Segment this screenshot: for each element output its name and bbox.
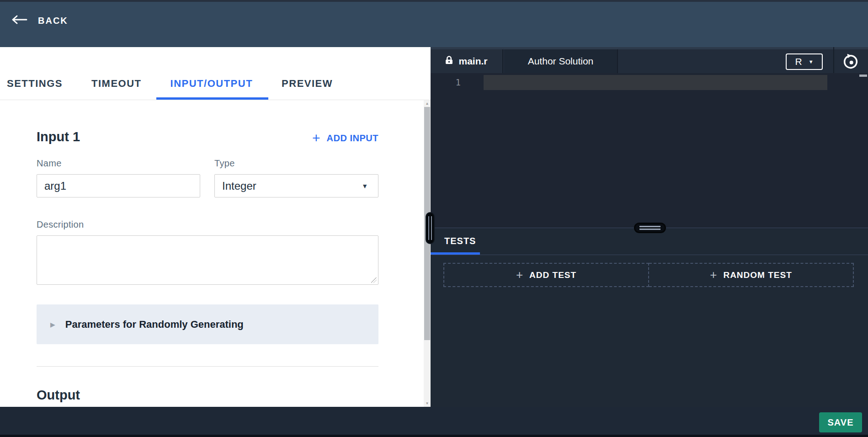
code-panel: main.r Author Solution R ▼ 1	[431, 47, 868, 407]
input-section-title: Input 1	[37, 129, 80, 144]
editor-scrollbar-thumb[interactable]	[859, 75, 867, 77]
panel-resize-handle[interactable]	[426, 212, 435, 244]
test-actions-row: + ADD TEST + RANDOM TEST	[443, 263, 854, 287]
save-button[interactable]: SAVE	[819, 412, 862, 432]
challenge-editor-app: BACK SETTINGS TIMEOUT INPUT/OUTPUT PREVI…	[0, 0, 868, 437]
tests-tabbar-border	[431, 255, 868, 255]
parameters-toggle-label: Parameters for Randomly Generating	[65, 319, 244, 330]
input-output-form: Input 1 + ADD INPUT Name Type Integer ▼ …	[0, 100, 424, 407]
scroll-up-icon[interactable]: ▲	[424, 100, 431, 107]
random-test-button[interactable]: + RANDOM TEST	[649, 263, 854, 287]
reset-history-button[interactable]	[841, 53, 860, 71]
random-test-label: RANDOM TEST	[723, 270, 792, 280]
active-line-highlight	[484, 75, 827, 90]
add-test-label: ADD TEST	[529, 270, 576, 280]
footer-bar: SAVE	[0, 407, 868, 437]
section-divider	[37, 366, 378, 367]
chevron-down-icon: ▼	[809, 59, 814, 64]
add-input-label: ADD INPUT	[327, 133, 378, 144]
output-section-title: Output	[37, 388, 80, 403]
plus-icon: +	[312, 132, 320, 144]
tab-preview[interactable]: PREVIEW	[282, 47, 333, 100]
tab-tests[interactable]: TESTS	[444, 236, 476, 246]
top-header-bar: BACK	[0, 0, 868, 47]
settings-tabbar: SETTINGS TIMEOUT INPUT/OUTPUT PREVIEW	[0, 47, 431, 100]
name-input[interactable]	[37, 174, 200, 197]
tab-settings[interactable]: SETTINGS	[7, 47, 63, 100]
type-label: Type	[214, 158, 235, 169]
line-number: 1	[431, 77, 461, 87]
back-label: BACK	[38, 16, 68, 26]
parameters-toggle[interactable]: ▶ Parameters for Randomly Generating	[37, 304, 378, 344]
language-select[interactable]: R ▼	[786, 53, 823, 70]
back-arrow-icon	[11, 15, 28, 27]
code-editor[interactable]: 1	[431, 73, 868, 228]
author-solution-label: Author Solution	[528, 56, 594, 67]
language-select-value: R	[795, 56, 802, 67]
resize-handle-icon[interactable]	[371, 277, 377, 283]
tab-input-output[interactable]: INPUT/OUTPUT	[170, 47, 253, 100]
add-input-button[interactable]: + ADD INPUT	[312, 132, 378, 144]
tab-main-file[interactable]: main.r	[431, 49, 503, 73]
type-select-value: Integer	[222, 180, 256, 192]
type-select[interactable]: Integer ▼	[214, 174, 378, 197]
history-icon	[841, 53, 860, 71]
add-test-button[interactable]: + ADD TEST	[443, 263, 649, 287]
back-button[interactable]: BACK	[11, 15, 68, 27]
caret-right-icon: ▶	[50, 321, 55, 328]
editor-tabbar: main.r Author Solution R ▼	[431, 47, 868, 73]
lock-icon	[445, 56, 453, 67]
scroll-down-icon[interactable]: ▼	[424, 400, 431, 407]
name-label: Name	[37, 158, 62, 169]
grip-lines-icon	[639, 226, 660, 230]
chevron-down-icon: ▼	[362, 182, 368, 190]
tests-resize-handle[interactable]	[634, 223, 666, 233]
plus-icon: +	[710, 268, 717, 282]
settings-panel: SETTINGS TIMEOUT INPUT/OUTPUT PREVIEW In…	[0, 47, 431, 407]
left-panel-scrollbar[interactable]: ▲ ▼	[424, 100, 431, 407]
description-textarea[interactable]	[37, 235, 378, 285]
plus-icon: +	[516, 268, 523, 282]
description-label: Description	[37, 219, 84, 230]
main-file-label: main.r	[458, 56, 487, 67]
tab-author-solution[interactable]: Author Solution	[504, 49, 618, 73]
tab-timeout[interactable]: TIMEOUT	[91, 47, 142, 100]
grip-lines-icon	[428, 216, 432, 240]
toolbar-divider	[833, 47, 834, 73]
